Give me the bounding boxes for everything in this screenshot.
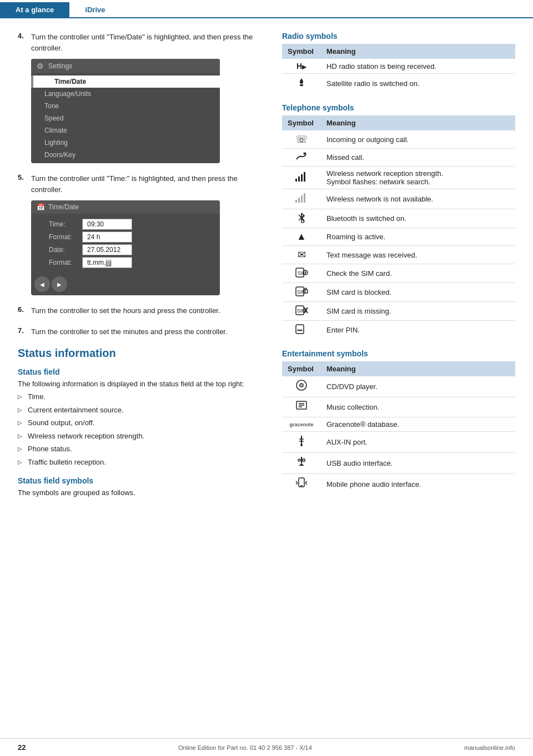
radio-col-symbol: Symbol bbox=[282, 44, 321, 59]
ent-meaning-aux: AUX-IN port. bbox=[321, 432, 515, 453]
left-column: 4. Turn the controller until "Time/Date"… bbox=[18, 32, 264, 505]
svg-line-46 bbox=[305, 481, 307, 483]
tel-symbol-reception bbox=[282, 167, 321, 189]
table-row: CD/DVD player. bbox=[282, 376, 515, 397]
ent-symbol-gracenote: gracenote bbox=[282, 417, 321, 432]
table-row: Satellite radio is switched on. bbox=[282, 74, 515, 94]
menu-item-doors: Doors/Key bbox=[31, 149, 220, 161]
bullet-item-phone: Phone status. bbox=[18, 442, 264, 456]
svg-rect-10 bbox=[301, 195, 303, 203]
td-row-time: Time: 09:30 bbox=[38, 219, 213, 230]
svg-rect-1 bbox=[300, 84, 303, 86]
right-column: Radio symbols Symbol Meaning H▶ HD radio… bbox=[282, 32, 515, 505]
settings-title: Settings bbox=[48, 62, 72, 70]
svg-point-25 bbox=[298, 330, 299, 331]
svg-line-45 bbox=[296, 483, 298, 485]
ent-meaning-mobile-audio: Mobile phone audio interface. bbox=[321, 474, 515, 495]
radio-col-meaning: Meaning bbox=[321, 44, 515, 59]
table-row: USB audio interface. bbox=[282, 453, 515, 474]
step-5-text: Turn the controller until "Time:" is hig… bbox=[31, 173, 264, 195]
status-symbols-heading: Status field symbols bbox=[18, 476, 264, 485]
tel-symbol-sms: ✉ bbox=[282, 246, 321, 264]
controller-right: ▶ bbox=[52, 276, 67, 292]
tel-col-symbol: Symbol bbox=[282, 115, 321, 130]
bullet-item-sound: Sound output, on/off. bbox=[18, 416, 264, 430]
tab-idrive[interactable]: iDrive bbox=[69, 2, 120, 17]
svg-line-47 bbox=[305, 483, 307, 485]
table-row: SIM? Check the SIM card. bbox=[282, 264, 515, 283]
tel-symbol-bluetooth bbox=[282, 209, 321, 228]
step-4-text: Turn the controller until "Time/Date" is… bbox=[31, 32, 264, 53]
ent-symbol-mobile-audio bbox=[282, 474, 321, 495]
menu-item-climate: Climate bbox=[31, 124, 220, 137]
bullet-item-entertainment: Current entertainment source. bbox=[18, 404, 264, 417]
svg-text:?: ? bbox=[304, 270, 307, 275]
tel-meaning-bluetooth: Bluetooth is switched on. bbox=[321, 209, 515, 228]
controller-left: ◀ bbox=[34, 276, 50, 292]
table-row: gracenote Gracenote® database. bbox=[282, 417, 515, 432]
svg-line-44 bbox=[296, 481, 298, 483]
status-field-heading: Status field bbox=[18, 367, 264, 376]
footer: 22 Online Edition for Part no. 01 40 2 9… bbox=[0, 738, 533, 756]
svg-point-26 bbox=[299, 330, 301, 331]
radio-symbol-hd: H▶ bbox=[282, 59, 321, 74]
table-row: Mobile phone audio interface. bbox=[282, 474, 515, 495]
table-row: Wireless network reception strength.Symb… bbox=[282, 167, 515, 189]
tel-meaning-no-reception: Wireless network is not available. bbox=[321, 189, 515, 209]
tab-at-a-glance[interactable]: At a glance bbox=[0, 2, 69, 17]
td-value-format1: 24 h bbox=[82, 231, 132, 243]
td-value-date: 27.05.2012 bbox=[82, 244, 132, 255]
td-row-format2: Format: tt.mm.jjjj bbox=[38, 257, 213, 268]
step-7-num: 7. bbox=[18, 326, 27, 337]
tel-symbol-roaming: ▲ bbox=[282, 228, 321, 246]
tel-symbol-sim-blocked: SIM bbox=[282, 283, 321, 302]
svg-rect-8 bbox=[295, 200, 297, 203]
ent-meaning-usb: USB audio interface. bbox=[321, 453, 515, 474]
tel-symbol-sim-missing: SIM bbox=[282, 302, 321, 321]
timedate-title: Time/Date bbox=[48, 203, 79, 211]
radio-symbol-satellite bbox=[282, 74, 321, 94]
status-field-desc: The following information is displayed i… bbox=[18, 380, 264, 388]
td-value-format2: tt.mm.jjjj bbox=[82, 257, 132, 268]
entertainment-symbols-title: Entertainment symbols bbox=[282, 349, 515, 358]
menu-item-timedate: ✓ Time/Date bbox=[31, 75, 220, 88]
table-row: SIM SIM card is missing. bbox=[282, 302, 515, 321]
ent-col-meaning: Meaning bbox=[321, 361, 515, 376]
svg-rect-5 bbox=[298, 177, 300, 182]
step-6-text: Turn the controller to set the hours and… bbox=[31, 305, 220, 316]
svg-rect-11 bbox=[304, 193, 305, 203]
table-row: Music collection. bbox=[282, 397, 515, 417]
bullet-item-wireless: Wireless network reception strength. bbox=[18, 430, 264, 443]
tel-symbol-sim-check: SIM? bbox=[282, 264, 321, 283]
menu-item-tone: Tone bbox=[31, 100, 220, 112]
footer-center-text: Online Edition for Part no. 01 40 2 956 … bbox=[178, 744, 312, 751]
tel-symbol-missed bbox=[282, 149, 321, 167]
svg-point-40 bbox=[298, 459, 300, 461]
tel-meaning-sim-blocked: SIM card is blocked. bbox=[321, 283, 515, 302]
step-5-num: 5. bbox=[18, 173, 27, 195]
table-row: ✉ Text message was received. bbox=[282, 246, 515, 264]
ent-symbol-aux bbox=[282, 432, 321, 453]
radio-symbols-table: Symbol Meaning H▶ HD radio station is be… bbox=[282, 44, 515, 93]
tel-meaning-sim-check: Check the SIM card. bbox=[321, 264, 515, 283]
timedate-icon: 📅 bbox=[37, 203, 45, 211]
tel-meaning-sms: Text message was received. bbox=[321, 246, 515, 264]
entertainment-symbols-table: Symbol Meaning CD/DVD player. Music coll… bbox=[282, 361, 515, 495]
ent-symbol-cd bbox=[282, 376, 321, 397]
tel-meaning-call: Incoming or outgoing call. bbox=[321, 130, 515, 149]
td-value-time: 09:30 bbox=[82, 219, 132, 230]
tel-meaning-reception: Wireless network reception strength.Symb… bbox=[321, 167, 515, 189]
step-4: 4. Turn the controller until "Time/Date"… bbox=[18, 32, 264, 163]
table-row: H▶ HD radio station is being received. bbox=[282, 59, 515, 74]
tel-col-meaning: Meaning bbox=[321, 115, 515, 130]
step-7-text: Turn the controller to set the minutes a… bbox=[31, 326, 228, 337]
step-6: 6. Turn the controller to set the hours … bbox=[18, 305, 264, 316]
telephone-symbols-title: Telephone symbols bbox=[282, 103, 515, 112]
timedate-rows: Time: 09:30 Format: 24 h Date: 27.05.201… bbox=[31, 214, 220, 273]
tel-symbol-pin bbox=[282, 321, 321, 340]
main-content: 4. Turn the controller until "Time/Date"… bbox=[0, 18, 533, 518]
menu-item-language: Language/Units bbox=[31, 88, 220, 100]
svg-point-27 bbox=[301, 330, 303, 331]
svg-point-30 bbox=[301, 385, 302, 386]
controller-area: ◀ ▶ bbox=[31, 273, 220, 295]
